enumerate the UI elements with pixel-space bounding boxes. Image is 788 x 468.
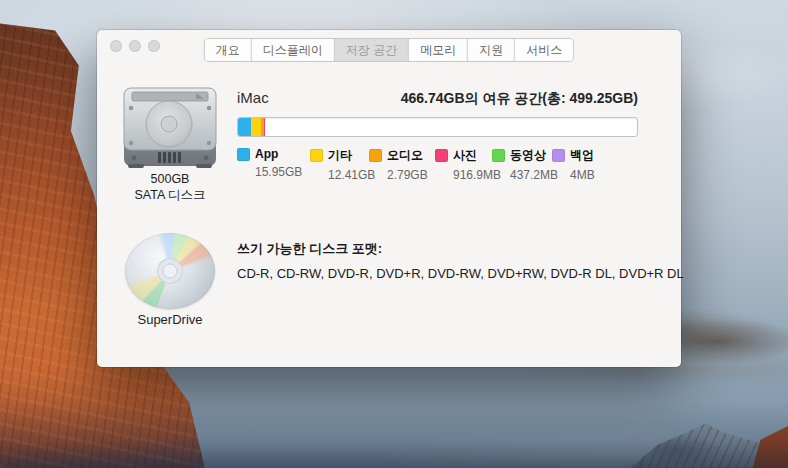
legend-value: 437.2MB (510, 168, 552, 182)
legend-item-audio: 오디오 2.79GB (369, 147, 435, 182)
tab-support[interactable]: 지원 (468, 39, 515, 61)
legend-value: 916.9MB (453, 168, 492, 182)
legend-swatch (552, 149, 565, 162)
superdrive-label: SuperDrive (97, 312, 243, 327)
tab-storage[interactable]: 저장 공간 (335, 39, 409, 61)
legend-item-other: 기타 12.41GB (310, 147, 369, 182)
about-this-mac-window: 개요 디스플레이 저장 공간 메모리 지원 서비스 (97, 30, 681, 367)
device-column: 500GB SATA 디스크 SuperDrive (97, 30, 243, 367)
disk-size-label: 500GB (97, 171, 243, 187)
superdrive-disc-icon (125, 233, 215, 309)
legend-swatch (492, 149, 505, 162)
legend-label: App (255, 147, 278, 161)
tab-bar: 개요 디스플레이 저장 공간 메모리 지원 서비스 (204, 38, 574, 62)
legend-item-movies: 동영상 437.2MB (492, 147, 552, 182)
legend-item-photos: 사진 916.9MB (435, 147, 492, 182)
legend-swatch (310, 149, 323, 162)
legend-swatch (237, 148, 250, 161)
legend-value: 12.41GB (328, 168, 369, 182)
disk-label: 500GB SATA 디스크 (97, 171, 243, 203)
legend-label: 동영상 (510, 147, 546, 164)
legend-value: 15.95GB (255, 165, 310, 179)
writable-formats-list: CD-R, CD-RW, DVD-R, DVD+R, DVD-RW, DVD+R… (237, 266, 684, 281)
legend-item-backups: 백업 4MB (552, 147, 592, 182)
tab-memory[interactable]: 메모리 (409, 39, 468, 61)
legend-swatch (369, 149, 382, 162)
legend-value: 4MB (570, 168, 592, 182)
storage-usage-bar (237, 117, 638, 137)
hard-disk-icon (122, 84, 218, 170)
device-name: iMac (237, 89, 269, 106)
tab-service[interactable]: 서비스 (515, 39, 573, 61)
legend-item-app: App 15.95GB (237, 147, 310, 182)
disk-type-label: SATA 디스크 (97, 187, 243, 203)
storage-segment-photos (264, 118, 265, 136)
legend-value: 2.79GB (387, 168, 435, 182)
legend-label: 백업 (570, 147, 594, 164)
storage-segment-other (251, 118, 261, 136)
legend-label: 사진 (453, 147, 477, 164)
storage-segment-app (238, 118, 251, 136)
writable-formats-title: 쓰기 가능한 디스크 포맷: (237, 240, 382, 258)
legend-label: 오디오 (387, 147, 423, 164)
storage-legend: App 15.95GB 기타 12.41GB 오디오 2.79GB 사진 916… (237, 147, 592, 182)
tab-displays[interactable]: 디스플레이 (252, 39, 335, 61)
free-space-text: 466.74GB의 여유 공간(총: 499.25GB) (401, 90, 638, 108)
legend-swatch (435, 149, 448, 162)
legend-label: 기타 (328, 147, 352, 164)
